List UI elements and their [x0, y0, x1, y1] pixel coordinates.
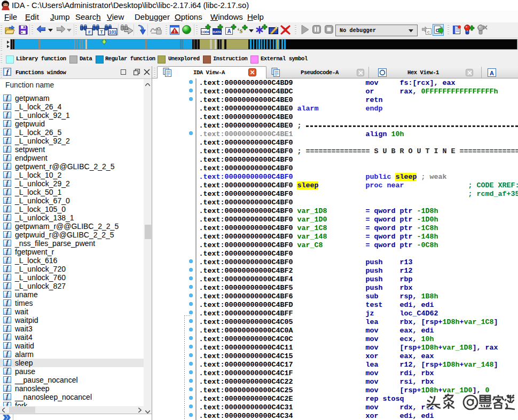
svg-text:101: 101 [109, 29, 116, 35]
svg-text:DATA: DATA [213, 30, 222, 34]
svg-text:#: # [88, 29, 91, 35]
svg-text:‘s: ‘s [237, 27, 243, 35]
svg-text:T: T [100, 29, 103, 35]
svg-text:A: A [227, 28, 231, 34]
svg-text:CODE: CODE [201, 30, 210, 34]
svg-text:c: c [427, 29, 430, 35]
svg-text:A: A [490, 70, 494, 76]
